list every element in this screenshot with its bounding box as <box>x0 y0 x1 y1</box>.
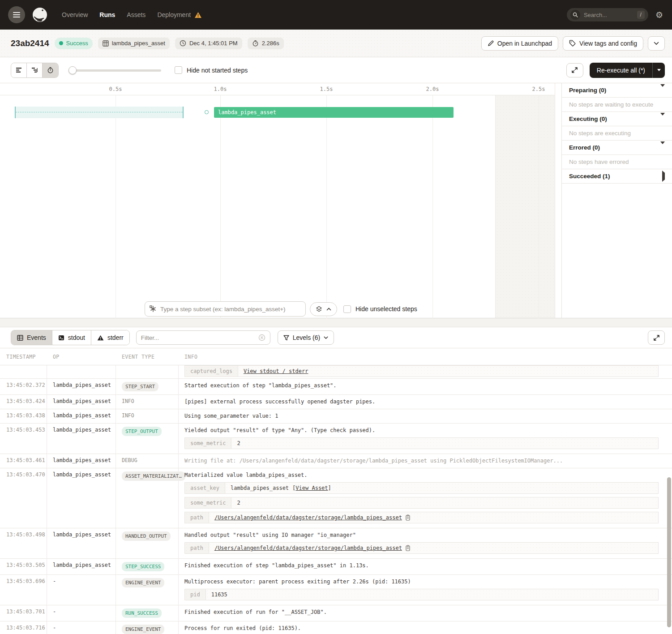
log-scrollbar-thumb[interactable] <box>667 477 671 627</box>
view-asset-wrap: [View Asset] <box>292 485 331 491</box>
reexecute-dropdown-caret[interactable] <box>652 63 665 78</box>
hide-not-started-checkbox[interactable]: Hide not started steps <box>175 66 248 74</box>
metadata-value: /Users/alangenfeld/data/dagster/storage/… <box>209 512 658 523</box>
log-filter-input[interactable] <box>136 330 270 345</box>
log-timestamp: 13:45:03.716 <box>0 621 47 634</box>
sidebar-section-title: Succeeded (1) <box>569 173 610 180</box>
log-row[interactable]: 13:45:03.498lambda_pipes_assetHANDLED_OU… <box>0 528 672 559</box>
log-row[interactable]: 13:45:03.505lambda_pipes_assetSTEP_SUCCE… <box>0 559 672 575</box>
nav-item-overview[interactable]: Overview <box>62 11 88 18</box>
metadata-row: some_metric2 <box>184 437 659 449</box>
checkbox-box[interactable] <box>343 305 351 313</box>
log-row[interactable]: 13:45:02.372lambda_pipes_assetSTEP_START… <box>0 379 672 395</box>
event-type-text: DEBUG <box>122 457 137 463</box>
event-log-table: TIMESTAMP OP EVENT TYPE INFO captured_lo… <box>0 348 672 634</box>
dagster-logo-icon[interactable] <box>30 5 49 24</box>
metadata-key: asset_key <box>185 483 225 493</box>
view-asset-link[interactable]: View Asset <box>295 485 328 491</box>
log-row[interactable]: 13:45:03.453lambda_pipes_assetSTEP_OUTPU… <box>0 424 672 454</box>
caret-down-icon <box>660 116 665 122</box>
sidebar-section-header[interactable]: Succeeded (1) <box>562 169 672 184</box>
log-event-type: INFO <box>116 409 178 423</box>
view-tags-config-button[interactable]: View tags and config <box>563 36 643 51</box>
log-event-type: ENGINE_EVENT <box>116 575 178 605</box>
clock-icon <box>180 40 186 47</box>
header-more-chevron-button[interactable] <box>648 36 665 51</box>
nav-item-assets[interactable]: Assets <box>127 11 146 18</box>
metadata-link[interactable]: View stdout / stderr <box>244 368 308 374</box>
clear-filter-icon[interactable] <box>258 334 265 341</box>
gantt-step-bar[interactable]: lambda_pipes_asset <box>214 107 454 118</box>
axis-tick-label: 2.5s <box>532 86 545 92</box>
copy-icon[interactable] <box>406 514 411 521</box>
metadata-text: 11635 <box>211 591 227 598</box>
levels-filter-button[interactable]: Levels (6) <box>278 330 334 345</box>
sidebar-section-caption: No steps have errored <box>562 155 672 169</box>
timer-view-icon[interactable] <box>43 63 58 77</box>
metadata-key: pid <box>185 589 206 600</box>
log-row[interactable]: captured_logsView stdout / stderr <box>0 365 672 379</box>
search-field[interactable] <box>584 12 627 18</box>
axis-tick-label: 1.0s <box>214 86 227 92</box>
job-tag[interactable]: lambda_pipes_asset <box>98 38 170 49</box>
expand-gantt-button[interactable] <box>566 63 583 77</box>
layers-collapse-button[interactable] <box>310 302 337 316</box>
log-op: lambda_pipes_asset <box>47 424 116 454</box>
sidebar-section-header[interactable]: Errored (0) <box>562 141 672 155</box>
step-subset-field[interactable] <box>160 306 301 313</box>
checkbox-box[interactable] <box>175 66 182 74</box>
log-row[interactable]: 13:45:03.470lambda_pipes_assetASSET_MATE… <box>0 468 672 528</box>
step-status-sidebar: Preparing (0)No steps are waiting to exe… <box>561 83 672 318</box>
metadata-link[interactable]: /Users/alangenfeld/data/dagster/storage/… <box>214 514 402 521</box>
sidebar-section-header[interactable]: Preparing (0) <box>562 83 672 98</box>
log-info-text: Materialized value lambda_pipes_asset. <box>184 471 668 479</box>
log-info: Finished execution of run for "__ASSET_J… <box>178 605 672 621</box>
nav-item-runs[interactable]: Runs <box>99 11 115 18</box>
log-event-type <box>116 365 178 379</box>
flat-view-icon[interactable] <box>11 63 27 77</box>
layers-icon <box>316 306 322 313</box>
waterfall-view-icon[interactable] <box>27 63 43 77</box>
tab-events[interactable]: Events <box>11 330 52 345</box>
event-type-badge: STEP_OUTPUT <box>122 427 162 436</box>
tab-stdout[interactable]: stdout <box>52 330 91 345</box>
zoom-slider-track[interactable] <box>68 69 161 72</box>
reexecute-all-button[interactable]: Re-execute all (*) <box>590 63 665 78</box>
zoom-slider[interactable] <box>68 66 161 74</box>
nav-item-deployment[interactable]: Deployment <box>157 11 191 18</box>
menu-icon[interactable] <box>8 6 25 23</box>
log-row[interactable]: 13:45:03.716-ENGINE_EVENTProcess for run… <box>0 621 672 634</box>
search-input[interactable]: / <box>567 8 648 21</box>
settings-gear-icon[interactable]: ⚙ <box>655 11 663 19</box>
log-event-type: INFO <box>116 395 178 409</box>
log-row[interactable]: 13:45:03.696-ENGINE_EVENTMultiprocess ex… <box>0 575 672 605</box>
log-row[interactable]: 13:45:03.424lambda_pipes_assetINFO[pipes… <box>0 395 672 409</box>
metadata-text: 2 <box>237 440 240 446</box>
log-event-type: HANDLED_OUTPUT <box>116 528 178 558</box>
sidebar-section-title: Preparing (0) <box>569 87 606 94</box>
panel-resize-divider[interactable] <box>0 318 672 327</box>
caret-right-icon <box>662 173 665 180</box>
metadata-value: /Users/alangenfeld/data/dagster/storage/… <box>209 543 658 553</box>
copy-icon[interactable] <box>406 545 411 551</box>
step-subset-input[interactable] <box>145 301 306 317</box>
log-op: lambda_pipes_asset <box>47 395 116 409</box>
search-icon <box>570 10 580 20</box>
log-panel-header: Events stdout stderr Levels (6) <box>0 327 672 348</box>
tab-stderr[interactable]: stderr <box>91 330 129 345</box>
log-filter-field[interactable] <box>141 334 258 341</box>
metadata-value: View stdout / stderr <box>238 366 658 377</box>
event-type-badge: HANDLED_OUTPUT <box>122 531 171 541</box>
log-info-text: Started execution of step "lambda_pipes_… <box>184 382 668 390</box>
log-row[interactable]: 13:45:03.461lambda_pipes_assetDEBUGWriti… <box>0 454 672 468</box>
log-row[interactable]: 13:45:03.438lambda_pipes_assetINFOUsing … <box>0 409 672 424</box>
expand-logs-button[interactable] <box>648 330 665 345</box>
log-row[interactable]: 13:45:03.701-RUN_SUCCESSFinished executi… <box>0 605 672 621</box>
log-op: lambda_pipes_asset <box>47 528 116 558</box>
zoom-slider-knob[interactable] <box>68 66 77 74</box>
hide-unselected-checkbox[interactable]: Hide unselected steps <box>343 305 417 313</box>
open-in-launchpad-button[interactable]: Open in Launchpad <box>481 36 558 51</box>
metadata-link[interactable]: /Users/alangenfeld/data/dagster/storage/… <box>214 545 402 551</box>
sidebar-section-header[interactable]: Executing (0) <box>562 112 672 126</box>
axis-gridline <box>432 95 433 318</box>
